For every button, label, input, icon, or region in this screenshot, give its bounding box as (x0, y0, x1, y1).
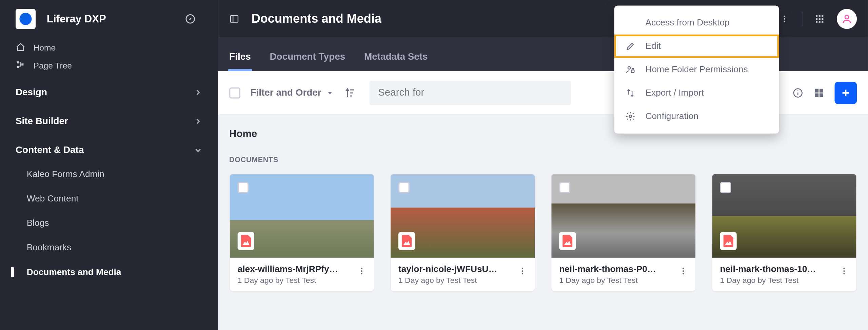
document-card[interactable]: alex-williams-MrjRPfy… 1 Day ago by Test… (229, 174, 374, 292)
brand-title: Liferay DXP (47, 13, 185, 25)
search-field (369, 80, 571, 105)
sidebar-section-content-data[interactable]: Content & Data (0, 136, 218, 164)
view-switch-button[interactable] (813, 87, 825, 98)
card-title: neil-mark-thomas-10… (720, 264, 831, 274)
info-button[interactable] (792, 87, 804, 98)
filetype-badge-image (559, 232, 576, 250)
svg-point-37 (361, 270, 362, 272)
svg-point-29 (797, 90, 798, 91)
card-kebab-button[interactable] (354, 263, 370, 279)
svg-point-36 (361, 268, 362, 269)
popover-item-permissions[interactable]: Home Folder Permissions (614, 58, 779, 81)
card-select-checkbox[interactable] (398, 182, 410, 193)
sidebar-link-label: Page Tree (33, 60, 72, 70)
svg-rect-31 (820, 89, 823, 92)
sidebar: Liferay DXP Home Page Tree Design (0, 0, 218, 330)
add-button[interactable] (835, 81, 857, 104)
tab-metadata-sets[interactable]: Metadata Sets (364, 51, 428, 71)
thumbnail (230, 174, 374, 258)
image-file-icon (723, 235, 733, 247)
popover-item-configuration[interactable]: Configuration (614, 105, 779, 128)
sidebar-item-bookmarks[interactable]: Bookmarks (27, 242, 218, 253)
thumbnail (551, 174, 695, 258)
card-kebab-button[interactable] (675, 263, 691, 279)
svg-rect-30 (815, 89, 818, 92)
home-icon (16, 42, 26, 53)
pencil-icon (625, 41, 635, 51)
card-title: alex-williams-MrjRPfy… (238, 264, 349, 274)
chevron-right-icon (194, 117, 202, 126)
transfer-icon (625, 88, 635, 98)
sidebar-section-label: Design (16, 87, 47, 98)
search-input[interactable] (369, 80, 571, 105)
popover-item-access-desktop[interactable]: Access from Desktop (614, 11, 779, 35)
topbar: Documents and Media Access from Desktop (218, 0, 868, 38)
divider (802, 12, 803, 26)
tab-document-types[interactable]: Document Types (270, 51, 345, 71)
card-select-checkbox[interactable] (720, 182, 731, 193)
document-cards: alex-williams-MrjRPfy… 1 Day ago by Test… (229, 174, 857, 292)
sidebar-link-home[interactable]: Home (16, 42, 202, 53)
svg-rect-17 (819, 21, 821, 23)
sidebar-item-blogs[interactable]: Blogs (27, 218, 218, 228)
compass-icon[interactable] (185, 13, 196, 24)
svg-point-43 (683, 270, 684, 272)
sort-button[interactable] (343, 86, 356, 99)
filetype-badge-image (398, 232, 415, 250)
popover-item-export-import[interactable]: Export / Import (614, 81, 779, 105)
pagetree-icon (16, 60, 26, 70)
document-card[interactable]: neil-mark-thomas-P0… 1 Day ago by Test T… (551, 174, 696, 292)
sidebar-section-site-builder[interactable]: Site Builder (0, 107, 218, 136)
card-select-checkbox[interactable] (238, 182, 249, 193)
sidebar-section-label: Site Builder (16, 116, 68, 127)
section-label-documents: DOCUMENTS (229, 155, 857, 164)
sidebar-item-documents-media[interactable]: Documents and Media (27, 267, 218, 277)
document-card[interactable]: neil-mark-thomas-10… 1 Day ago by Test T… (712, 174, 857, 292)
popover-item-label: Export / Import (646, 88, 704, 98)
card-title: neil-mark-thomas-P0… (559, 264, 670, 274)
header-actions-popover: Access from Desktop Edit Home Folder Per… (614, 5, 779, 133)
card-meta: 1 Day ago by Test Test (398, 275, 527, 284)
thumbnail (712, 174, 856, 258)
thumbnail (391, 174, 535, 258)
main: Documents and Media Access from Desktop (218, 0, 868, 330)
svg-rect-32 (815, 93, 818, 97)
popover-item-label: Home Folder Permissions (646, 64, 748, 75)
svg-point-39 (522, 268, 523, 269)
filter-and-order-dropdown[interactable]: Filter and Order (250, 87, 333, 98)
select-all-checkbox[interactable] (229, 87, 240, 98)
svg-point-9 (784, 21, 785, 22)
svg-point-22 (629, 115, 632, 117)
svg-rect-11 (819, 15, 821, 17)
svg-point-8 (784, 18, 785, 20)
apps-grid-icon[interactable] (810, 9, 829, 28)
card-kebab-button[interactable] (515, 263, 530, 279)
card-title: taylor-nicole-jWFUsU… (398, 264, 510, 274)
popover-item-label: Configuration (646, 111, 698, 121)
chevron-right-icon (194, 88, 202, 97)
brand-logo[interactable] (16, 9, 36, 29)
panel-toggle-icon[interactable] (229, 14, 239, 24)
svg-point-20 (628, 67, 630, 69)
image-file-icon (402, 235, 412, 247)
sidebar-item-kaleo-forms[interactable]: Kaleo Forms Admin (27, 169, 218, 179)
sidebar-link-page-tree[interactable]: Page Tree (16, 60, 202, 70)
card-meta: 1 Day ago by Test Test (559, 275, 688, 284)
svg-rect-13 (816, 18, 817, 20)
svg-rect-33 (820, 93, 823, 97)
svg-rect-3 (17, 66, 19, 68)
tab-files[interactable]: Files (229, 51, 251, 71)
card-select-checkbox[interactable] (559, 182, 570, 193)
image-file-icon (241, 235, 251, 247)
sidebar-section-design[interactable]: Design (0, 78, 218, 107)
sidebar-item-web-content[interactable]: Web Content (27, 194, 218, 204)
svg-point-38 (361, 273, 362, 274)
filter-label: Filter and Order (250, 87, 321, 98)
filetype-badge-image (238, 232, 254, 250)
svg-point-40 (522, 270, 523, 272)
popover-item-edit[interactable]: Edit (614, 35, 779, 58)
avatar[interactable] (837, 9, 857, 29)
sidebar-link-label: Home (33, 43, 56, 52)
card-kebab-button[interactable] (836, 263, 852, 279)
document-card[interactable]: taylor-nicole-jWFUsU… 1 Day ago by Test … (390, 174, 535, 292)
